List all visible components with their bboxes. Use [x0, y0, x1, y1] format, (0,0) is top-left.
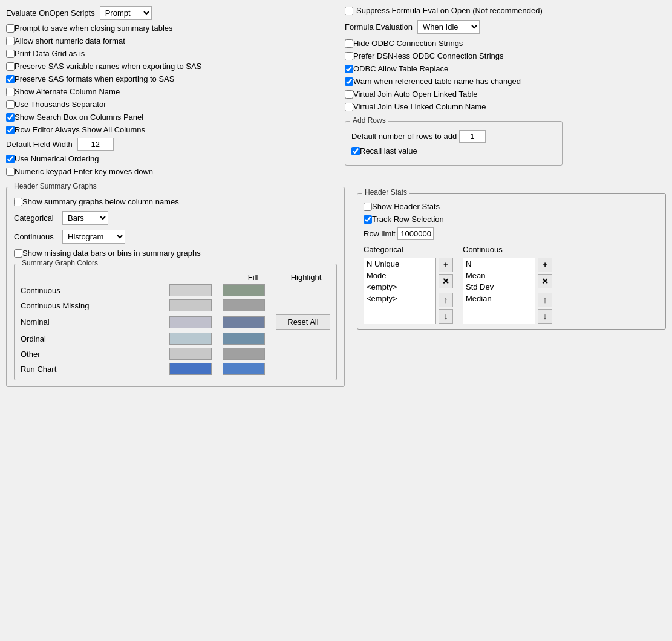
categorical-up-btn[interactable]: ↑	[439, 293, 453, 307]
virtual_join_col-checkbox[interactable]	[345, 103, 353, 111]
default-field-label: Default Field Width	[6, 140, 73, 149]
virtual_join_open-label: Virtual Join Auto Open Linked Table	[353, 89, 478, 99]
odbc_allow-checkbox[interactable]	[345, 65, 353, 73]
highlight-swatch-5[interactable]	[223, 363, 265, 375]
row-limit-label: Row limit	[364, 229, 396, 238]
prefer_dsn-checkbox[interactable]	[345, 52, 353, 60]
add-rows-section: Add Rows Default number of rows to add R…	[345, 121, 563, 166]
cat-item-2[interactable]: <empty>	[364, 281, 435, 293]
continuous-add-btn[interactable]: +	[538, 258, 552, 272]
prompt_save-label: Prompt to save when closing summary tabl…	[15, 24, 173, 33]
evaluate-dropdown[interactable]: Prompt Always Never	[100, 6, 152, 20]
cont-item-2[interactable]: Std Dev	[463, 281, 535, 293]
checkbox-row-preserve_sas_var: Preserve SAS variable names when exporti…	[6, 62, 333, 71]
print_data_grid-checkbox[interactable]	[6, 50, 15, 58]
fill-swatch-5[interactable]	[169, 363, 212, 375]
fill-swatch-3[interactable]	[169, 333, 212, 345]
prefer_dsn-label: Prefer DSN-less ODBC Connection Strings	[353, 51, 504, 60]
numeric_keypad-checkbox[interactable]	[6, 168, 15, 176]
checkbox-row-prompt_save: Prompt to save when closing summary tabl…	[6, 24, 333, 33]
show_alt_col-checkbox[interactable]	[6, 88, 15, 96]
highlight-swatch-2[interactable]	[223, 316, 265, 328]
checkbox-row-warn_table: Warn when referenced table name has chan…	[345, 77, 666, 86]
preserve_sas_fmt-checkbox[interactable]	[6, 75, 15, 83]
row_editor-checkbox[interactable]	[6, 126, 15, 134]
fill-swatch-0[interactable]	[169, 284, 212, 296]
categorical-remove-btn[interactable]: ✕	[439, 274, 453, 288]
fill-swatch-2[interactable]	[169, 316, 212, 328]
continuous-dropdown[interactable]: Histogram Box None	[62, 230, 125, 244]
highlight-swatch-4[interactable]	[223, 348, 265, 360]
hide_odbc-checkbox[interactable]	[345, 39, 353, 48]
show_search-checkbox[interactable]	[6, 113, 15, 122]
continuous-remove-btn[interactable]: ✕	[538, 274, 552, 288]
cat-item-1[interactable]: Mode	[364, 270, 435, 281]
reset-all-button[interactable]: Reset All	[276, 314, 330, 330]
show-header-stats-checkbox[interactable]	[364, 203, 372, 211]
cont-item-3[interactable]: Median	[463, 293, 535, 304]
color-row-label-3: Ordinal	[21, 334, 165, 343]
preserve_sas_fmt-label: Preserve SAS formats when exporting to S…	[15, 74, 174, 83]
use_numerical-checkbox[interactable]	[6, 155, 15, 163]
continuous-label: Continuous	[14, 232, 57, 241]
checkbox-row-use_thousands: Use Thousands Separator	[6, 100, 333, 109]
cont-item-1[interactable]: Mean	[463, 270, 535, 281]
cat-item-0[interactable]: N Unique	[364, 258, 435, 270]
row-limit-input[interactable]	[397, 227, 434, 240]
checkbox-row-allow_short: Allow short numeric data format	[6, 36, 333, 45]
checkbox-row-show_search: Show Search Box on Columns Panel	[6, 112, 333, 122]
categorical-stats-label: Categorical	[364, 245, 453, 254]
checkbox-row-hide_odbc: Hide ODBC Connection Strings	[345, 39, 666, 48]
header-stats-title: Header Stats	[362, 188, 409, 197]
add-rows-title: Add Rows	[350, 116, 388, 125]
show_search-label: Show Search Box on Columns Panel	[15, 112, 143, 122]
warn_table-checkbox[interactable]	[345, 77, 353, 86]
fill-header: Fill	[229, 273, 277, 282]
highlight-swatch-0[interactable]	[223, 284, 265, 296]
suppress-checkbox[interactable]	[345, 7, 353, 15]
show-summary-checkbox[interactable]	[14, 198, 22, 206]
warn_table-label: Warn when referenced table name has chan…	[353, 77, 521, 86]
track-row-checkbox[interactable]	[364, 215, 372, 224]
cat-item-3[interactable]: <empty>	[364, 293, 435, 304]
use_thousands-label: Use Thousands Separator	[15, 100, 106, 109]
virtual_join_col-label: Virtual Join Use Linked Column Name	[353, 102, 486, 111]
row_editor-label: Row Editor Always Show All Columns	[15, 125, 145, 134]
virtual_join_open-checkbox[interactable]	[345, 90, 353, 99]
highlight-swatch-1[interactable]	[223, 299, 265, 311]
recall-label: Recall last value	[360, 146, 417, 155]
highlight-swatch-3[interactable]	[223, 333, 265, 345]
preserve_sas_var-label: Preserve SAS variable names when exporti…	[15, 62, 201, 71]
checkbox-row-use_numerical: Use Numerical Ordering	[6, 154, 333, 163]
show-header-stats-label: Show Header Stats	[372, 202, 440, 211]
use_numerical-label: Use Numerical Ordering	[15, 154, 99, 163]
show-missing-checkbox[interactable]	[14, 249, 22, 258]
categorical-listbox[interactable]: N UniqueMode<empty><empty>	[364, 258, 436, 324]
formula-eval-dropdown[interactable]: When Idle Always Never	[417, 20, 480, 34]
print_data_grid-label: Print Data Grid as is	[15, 49, 85, 58]
show-summary-label: Show summary graphs below column names	[22, 197, 179, 206]
color-row-label-1: Continuous Missing	[21, 301, 165, 310]
color-row-label-2: Nominal	[21, 317, 165, 327]
default-field-input[interactable]	[77, 138, 114, 151]
categorical-down-btn[interactable]: ↓	[439, 309, 453, 324]
fill-swatch-1[interactable]	[169, 299, 212, 311]
allow_short-label: Allow short numeric data format	[15, 36, 125, 45]
recall-checkbox[interactable]	[351, 147, 360, 155]
continuous-down-btn[interactable]: ↓	[538, 309, 552, 324]
hide_odbc-label: Hide ODBC Connection Strings	[353, 39, 463, 48]
default-rows-input[interactable]	[459, 130, 486, 143]
summary-graph-colors-section: Summary Graph Colors Fill Highlight Cont…	[14, 264, 337, 380]
header-stats-section: Header Stats Show Header Stats Track Row…	[357, 193, 666, 330]
prompt_save-checkbox[interactable]	[6, 24, 15, 33]
use_thousands-checkbox[interactable]	[6, 100, 15, 109]
cont-item-0[interactable]: N	[463, 258, 535, 270]
categorical-add-btn[interactable]: +	[439, 258, 453, 272]
continuous-listbox[interactable]: NMeanStd DevMedian	[463, 258, 535, 324]
categorical-dropdown[interactable]: Bars Pie None	[62, 211, 108, 225]
preserve_sas_var-checkbox[interactable]	[6, 62, 15, 71]
continuous-up-btn[interactable]: ↑	[538, 293, 552, 307]
fill-swatch-4[interactable]	[169, 348, 212, 360]
header-summary-graphs-section: Header Summary Graphs Show summary graph…	[6, 187, 345, 387]
allow_short-checkbox[interactable]	[6, 37, 15, 45]
